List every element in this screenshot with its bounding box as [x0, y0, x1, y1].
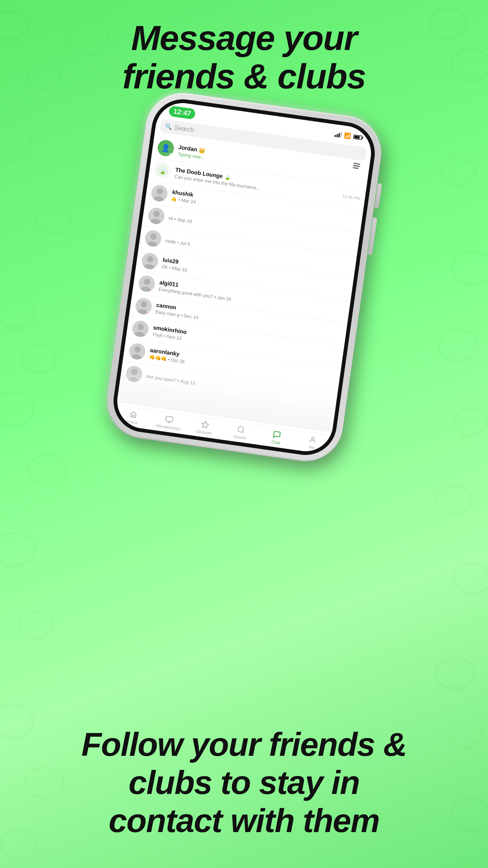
svg-text:🍃: 🍃 — [158, 166, 167, 175]
avatar-anon2 — [144, 229, 162, 248]
svg-point-32 — [0, 533, 35, 565]
svg-text:doob: doob — [31, 369, 47, 376]
nav-item-me[interactable]: Me — [299, 434, 325, 452]
nav-label-home: Home — [126, 419, 138, 425]
watermark-doob: doob — [435, 328, 482, 368]
svg-text:doob: doob — [446, 685, 464, 693]
svg-text:doob: doob — [449, 356, 468, 365]
svg-point-12 — [442, 158, 475, 185]
nav-item-home[interactable]: Home — [120, 409, 146, 426]
svg-point-10 — [0, 127, 31, 160]
watermark-doob: doob — [432, 656, 479, 696]
watermark-doob: doob — [432, 484, 476, 522]
svg-rect-50 — [353, 163, 360, 165]
search-nav-icon — [236, 425, 246, 434]
svg-rect-51 — [353, 165, 360, 167]
svg-text:doob: doob — [28, 634, 44, 642]
avatar-jordan: 👤 — [156, 139, 175, 157]
svg-text:doob: doob — [450, 181, 467, 189]
svg-point-38 — [435, 658, 475, 689]
menu-icon[interactable] — [352, 162, 360, 171]
online-indicator — [169, 153, 172, 157]
svg-text:doob: doob — [464, 589, 481, 597]
svg-point-36 — [19, 611, 53, 638]
wifi-icon: 📶 — [344, 132, 351, 140]
watermark-doob: doob — [19, 344, 59, 379]
watermark-doob: doob — [0, 531, 39, 572]
avatar-smokinrhino — [131, 320, 150, 338]
nav-label-memberships: Memberships — [156, 423, 181, 431]
phone-screen-border: 12:47 📶 — [109, 95, 379, 459]
svg-point-88 — [311, 437, 315, 440]
svg-text:doob: doob — [462, 431, 479, 439]
svg-text:doob: doob — [5, 561, 24, 569]
chat-list: 👤 Jordan 👑 Typing now... 🍃 — [113, 135, 369, 455]
avatar-luis29 — [140, 252, 159, 270]
chat-nav-icon — [272, 430, 281, 439]
headline-bottom-text: Follow your friends &clubs to stay incon… — [19, 725, 469, 840]
me-icon — [308, 435, 317, 444]
svg-text:doob: doob — [2, 421, 23, 430]
watermark-doob: doob — [15, 609, 56, 644]
svg-point-16 — [453, 252, 488, 284]
signal-icon — [334, 131, 342, 138]
watermark-doob: doob — [31, 203, 75, 240]
avatar-aaronlanky — [128, 342, 147, 361]
headline-top: Message your friends & clubs — [0, 19, 488, 96]
phone-screen: 12:47 📶 — [113, 100, 375, 455]
svg-text:doob: doob — [7, 323, 24, 332]
memberships-icon — [165, 415, 173, 424]
svg-line-84 — [169, 421, 169, 423]
nav-label-me: Me — [308, 445, 315, 450]
nav-item-discover[interactable]: Discover — [191, 419, 218, 436]
svg-text:doob: doob — [38, 480, 57, 489]
nav-label-chat: Chat — [271, 439, 280, 445]
svg-line-87 — [242, 432, 243, 433]
notification-dot — [150, 289, 153, 292]
avatar-algi011 — [137, 274, 156, 293]
watermark-doob: doob — [451, 562, 488, 599]
avatar-khushik — [150, 184, 169, 203]
svg-text:doob: doob — [445, 511, 462, 519]
avatar-cannon — [134, 297, 153, 316]
svg-point-26 — [454, 408, 488, 435]
watermark-doob: doob — [25, 453, 70, 492]
status-time: 12:47 — [168, 105, 196, 120]
search-icon: 🔍 — [165, 123, 172, 131]
search-placeholder: Search — [173, 124, 194, 134]
chat-time-doob-lounge: 12:46 PM — [342, 194, 360, 201]
svg-point-20 — [22, 346, 56, 372]
svg-point-14 — [35, 205, 71, 234]
headline-top-line2: friends & clubs — [0, 57, 488, 96]
watermark-doob: doob — [438, 156, 479, 191]
svg-rect-82 — [165, 416, 173, 422]
svg-marker-85 — [201, 421, 208, 428]
svg-point-24 — [0, 393, 33, 426]
avatar-doob-lounge: 🍃 — [153, 161, 172, 180]
svg-text:doob: doob — [0, 155, 19, 164]
nav-label-search: Search — [233, 434, 247, 440]
svg-text:doob: doob — [463, 279, 482, 288]
status-icons: 📶 — [334, 131, 362, 141]
home-icon — [129, 410, 138, 419]
app-content: 12:47 📶 — [113, 100, 375, 455]
avatar-anon1 — [147, 207, 165, 225]
discover-icon — [200, 420, 209, 429]
headline-top-line1: Message your — [0, 19, 488, 57]
nav-label-discover: Discover — [196, 429, 212, 436]
nav-item-chat[interactable]: Chat — [263, 429, 289, 446]
watermark-doob: doob — [0, 391, 37, 433]
notification-dot — [147, 311, 150, 315]
watermark-doob: doob — [451, 406, 488, 441]
svg-rect-52 — [353, 167, 358, 169]
svg-point-34 — [454, 564, 488, 593]
svg-text:doob: doob — [10, 855, 28, 863]
svg-point-30 — [435, 486, 472, 515]
svg-point-22 — [439, 330, 478, 361]
nav-item-memberships[interactable]: Memberships — [156, 414, 182, 432]
watermark-doob: doob — [0, 297, 37, 334]
watermark-doob: doob — [0, 125, 34, 167]
watermark-doob: doob — [449, 250, 488, 291]
nav-item-search[interactable]: Search — [227, 424, 254, 441]
svg-text:doob: doob — [44, 230, 62, 238]
